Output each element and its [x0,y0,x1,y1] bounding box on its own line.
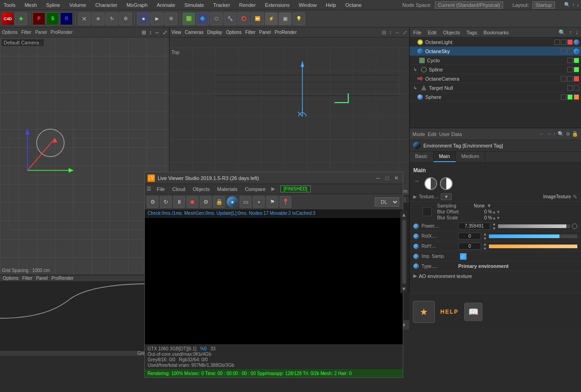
power-slider[interactable] [498,224,570,228]
lv-scroll-down[interactable]: ▼ [401,286,407,292]
display-menu[interactable]: Display [207,30,222,35]
arrow-up-icon[interactable]: ↑ [572,2,575,8]
top-viewport-grid-icon[interactable]: ⊞ [382,29,386,36]
menu-item-animate[interactable]: Animate [155,1,177,9]
sphere-cb2-green[interactable] [567,94,573,100]
rotx-slider[interactable] [489,234,577,238]
obj-octanecamera[interactable]: OctaneCamera [410,74,581,83]
options-menu[interactable]: Options [2,30,17,35]
menu-item-simulate[interactable]: Simulate [182,1,206,9]
shape-3d2-btn[interactable]: 🔷 [196,12,209,25]
scene-edit-menu[interactable]: Edit [426,29,438,36]
rotx-radio[interactable] [413,234,419,239]
left-options[interactable]: Options [3,276,18,281]
roty-stepper[interactable]: ▲▼ [483,242,487,251]
panel-top-menu[interactable]: Panel [259,30,271,35]
lv-compare-menu[interactable]: Compare [243,185,267,193]
tab-medium[interactable]: Medium [456,152,485,162]
lv-scroll-up[interactable]: ▲ [401,212,407,218]
left-prorender[interactable]: ProRender [51,276,73,281]
tool-rotate-btn[interactable]: ↻ [105,12,118,25]
psr-p-btn[interactable]: P [33,12,45,25]
props-mode-btn[interactable]: Mode [412,131,425,137]
lv-file-menu[interactable]: File [155,185,167,193]
rotx-stepper[interactable]: ▲▼ [483,232,487,241]
view-menu[interactable]: View [171,30,181,35]
left-filter[interactable]: Filter [22,276,32,281]
prop-half-circle-right[interactable] [440,177,453,190]
lv-pause-btn[interactable]: ⏸ [173,196,185,208]
menu-item-character[interactable]: Character [93,1,119,9]
menu-item-help[interactable]: Help [324,1,338,9]
scene-file-menu[interactable]: File [411,29,423,36]
blur-offset-down[interactable]: ▼ [496,210,500,214]
options-top-menu[interactable]: Options [226,30,241,35]
spline-cb2-green[interactable] [574,67,579,72]
ao-env-row[interactable]: ▶ AO environment texture [410,271,581,281]
checkbox1[interactable] [554,39,560,45]
close-btn[interactable]: ✕ [393,174,400,182]
checkbox2[interactable] [561,39,566,45]
menu-item-mesh[interactable]: Mesh [23,1,39,9]
top-viewport-expand-icon[interactable]: ⤢ [403,29,407,36]
ao-expand-icon[interactable]: ▶ [413,273,417,279]
layout-dropdown[interactable]: Startup [532,1,555,9]
roty-radio[interactable] [413,244,419,249]
lv-flag-btn[interactable]: ⚑ [266,196,278,208]
props-edit-btn[interactable]: Edit [428,131,437,137]
lv-map-btn[interactable]: 📍 [280,196,291,208]
cam-cb-red[interactable] [574,76,579,82]
shape-3d6-btn[interactable]: ⏩ [251,12,264,25]
filter-menu[interactable]: Filter [21,30,31,35]
live-viewer-render-area[interactable] [145,218,403,344]
lv-square-btn[interactable]: ▪ [253,196,265,208]
shape-3d3-btn[interactable]: ⬡ [210,12,223,25]
viewport-expand-icon[interactable]: ⤢ [163,29,167,36]
psr-s-btn[interactable]: S [46,12,59,25]
tool-move-btn[interactable]: ⊕ [92,12,104,25]
obj-octanelight[interactable]: OctaneLight [410,38,581,47]
arrow-down-scene-icon[interactable]: ↓ [575,28,579,37]
shape-3d1-btn[interactable]: 🟩 [182,12,195,25]
tool-cross-btn[interactable]: ✕ [78,12,91,25]
arrow-down-icon[interactable]: ↓ [577,2,580,8]
texture-expand-btn[interactable]: ▶ [413,194,417,199]
cameras-menu[interactable]: Cameras [185,30,204,35]
shape-3d8-btn[interactable]: ▦ [279,12,291,25]
menu-item-spline[interactable]: Spline [44,1,62,9]
menu-item-volume[interactable]: Volume [67,1,88,9]
power-input[interactable] [458,223,490,229]
blur-offset-up[interactable]: ▲ [492,210,496,214]
lv-hamburger-icon[interactable]: ☰ [147,186,151,192]
top-viewport-arrows-icon[interactable]: ↕ [389,29,392,36]
sky-checkbox1[interactable] [561,49,566,54]
prop-half-circle-left[interactable] [424,177,437,190]
lv-materials-menu[interactable]: Materials [215,185,240,193]
lv-record-btn[interactable]: ⏺ [186,196,198,208]
toolbar-add-btn[interactable]: + [15,12,27,25]
prorender-menu[interactable]: ProRender [50,30,72,35]
menu-item-tracker[interactable]: Tracker [211,1,232,9]
lv-settings-btn[interactable]: ⚙ [147,196,159,208]
up-icon[interactable]: ↑ [554,131,556,137]
power-radio[interactable] [413,223,419,229]
null-cb2[interactable] [574,85,579,91]
cam-cb1[interactable] [561,76,566,82]
roty-slider[interactable] [489,245,577,248]
null-cb1[interactable] [567,85,573,91]
roty-input[interactable] [458,243,481,250]
shape-3d7-btn[interactable]: ⚡ [265,12,278,25]
cyclo-cb2-green[interactable] [574,58,579,63]
shape-play-btn[interactable]: ▶ [151,12,164,25]
maximize-btn[interactable]: □ [384,174,391,182]
type-radio[interactable] [413,263,419,269]
sphere-cb1[interactable] [561,94,566,100]
sphere-cb-orange[interactable] [574,94,579,100]
cam-cb2[interactable] [567,76,573,82]
viewport-grid-icon[interactable]: ⊞ [142,29,146,36]
shape-3d9-btn[interactable]: 💡 [292,12,305,25]
scene-tags-menu[interactable]: Tags [465,29,479,36]
obj-octanesky[interactable]: OctaneSky [410,47,581,56]
prorender-top-menu[interactable]: ProRender [274,30,296,35]
obj-spline[interactable]: ↳ Spline [410,65,581,74]
